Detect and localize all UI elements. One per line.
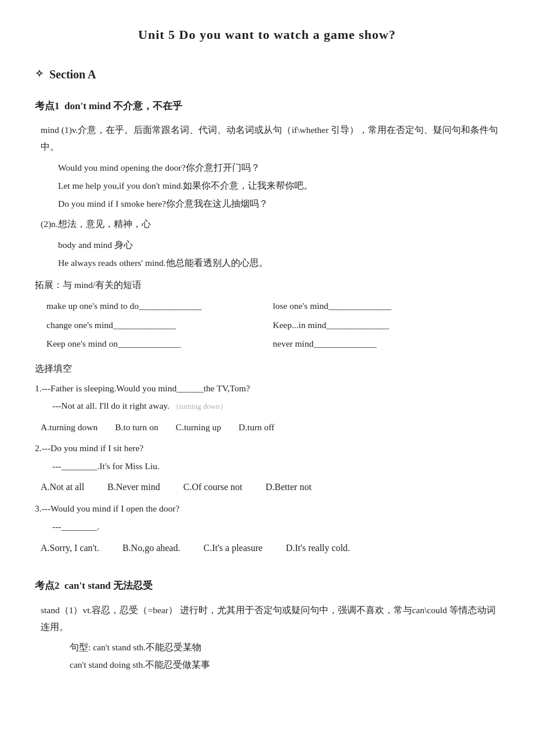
q3-answer: ---________. (52, 519, 499, 535)
q2-options: A.Not at all B.Never mind C.Of course no… (41, 479, 499, 496)
example1: Would you mind opening the door?你介意打开门吗？ (58, 159, 499, 176)
phrase-3-left: Keep one's mind on______________ (46, 334, 273, 354)
q1-opt-b: B.to turn on (115, 419, 158, 435)
phrase-2-right: Keep...in mind______________ (273, 316, 499, 335)
q3-options: A.Sorry, I can't. B.No,go ahead. C.It's … (41, 540, 499, 557)
kaodian2-pattern1: 句型: can't stand sth.不能忍受某物 (70, 639, 499, 656)
example-body-mind: body and mind 身心 (58, 236, 499, 253)
q1-answer: ---Not at all. I'll do it right away. （t… (52, 398, 499, 415)
phrase-3-right: never mind______________ (273, 334, 499, 354)
page-title: Unit 5 Do you want to watch a game show? (35, 23, 499, 46)
q2-opt-d: D.Better not (266, 479, 312, 496)
expand-title: 拓展：与 mind/有关的短语 (35, 277, 499, 293)
q1-opt-d: D.turn off (239, 419, 275, 435)
diamond-icon: ✧ (35, 64, 44, 83)
kaodian1-body2: (2)n.想法，意见，精神，心 (41, 216, 499, 233)
kaodian1-title: 考点1 don't mind 不介意，不在乎 (35, 98, 499, 116)
phrase-1-right: lose one's mind______________ (273, 297, 499, 316)
q3-opt-d: D.It's really cold. (286, 540, 349, 557)
q1-opt-a: A.turning down (41, 419, 98, 435)
q3-opt-a: A.Sorry, I can't. (41, 540, 99, 557)
example-reads: He always reads others' mind.他总能看透别人的心思。 (58, 254, 499, 271)
example3: Do you mind if I smoke here?你介意我在这儿抽烟吗？ (58, 195, 499, 212)
q1-options: A.turning down B.to turn on C.turning up… (41, 419, 499, 435)
q3-text: 3.---Would you mind if I open the door? (35, 501, 499, 517)
q2-opt-a: A.Not at all (41, 479, 84, 496)
q1-opt-c: C.turning up (176, 419, 221, 435)
question-3: 3.---Would you mind if I open the door? … (35, 501, 499, 535)
q3-opt-c: C.It's a pleasure (203, 540, 262, 557)
exercise-label: 选择填空 (35, 361, 499, 377)
example2: Let me help you,if you don't mind.如果你不介意… (58, 177, 499, 194)
section-label: Section A (49, 64, 96, 85)
question-2: 2.---Do you mind if I sit here? ---_____… (35, 440, 499, 474)
kaodian2-body1: stand（1）vt.容忍，忍受（=bear） 进行时，尤其用于否定句或疑问句中… (41, 602, 499, 635)
q2-opt-c: C.Of course not (183, 479, 243, 496)
kaodian2-pattern2: can't stand doing sth.不能忍受做某事 (70, 656, 499, 673)
q1-text: 1.---Father is sleeping.Would you mind__… (35, 380, 499, 397)
question-1: 1.---Father is sleeping.Would you mind__… (35, 380, 499, 415)
phrase-grid: make up one's mind to do______________ l… (46, 297, 499, 354)
kaodian2-title: 考点2 can't stand 无法忍受 (35, 577, 499, 595)
q2-answer: ---________.It's for Miss Liu. (52, 458, 499, 475)
phrase-2-left: change one's mind______________ (46, 316, 273, 335)
section-header: ✧ Section A (35, 64, 499, 85)
q2-text: 2.---Do you mind if I sit here? (35, 440, 499, 457)
q2-opt-b: B.Never mind (107, 479, 160, 496)
kaodian1-body1: mind (1)v.介意，在乎。后面常跟名词、代词、动名词或从句（if\whet… (41, 122, 499, 155)
phrase-1-left: make up one's mind to do______________ (46, 297, 273, 316)
q3-opt-b: B.No,go ahead. (122, 540, 181, 557)
